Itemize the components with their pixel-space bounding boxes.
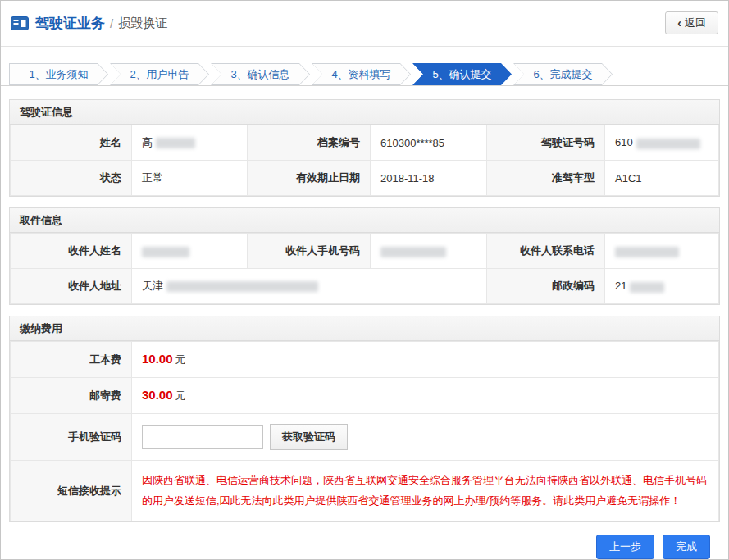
pickup-info-title: 取件信息 [10,208,719,233]
file-no-label: 档案编号 [248,125,371,161]
recipient-mobile-value [371,234,487,269]
recipient-contact-label: 收件人联系电话 [487,234,605,269]
redacted-postal-code [630,282,664,293]
license-no-label: 驾驶证号码 [487,125,605,161]
previous-step-button[interactable]: 上一步 [596,535,654,559]
step-label: 3、确认信息 [211,63,310,85]
license-business-icon [11,16,29,30]
postal-code-value: 21 [605,269,719,304]
sms-notice-text: 因陕西省联通、电信运营商技术问题，陕西省互联网交通安全综合服务管理平台无法向持陕… [142,471,708,511]
step-label: 6、完成提交 [513,63,613,85]
step-3-confirm-info: 3、确认信息 [211,63,310,85]
mail-fee-amount: 30.00 [142,388,173,402]
name-value-text: 高 [142,136,153,148]
license-service-page: 驾驶证业务 / 损毁换证 ‹ 返回 1、业务须知 2、用户申告 3、确认信息 4… [0,0,729,560]
page-title: 驾驶证业务 [35,14,105,33]
step-label: 2、用户申告 [110,63,209,85]
sms-notice-cell: 因陕西省联通、电信运营商技术问题，陕西省互联网交通安全综合服务管理平台无法向持陕… [132,461,719,521]
recipient-address-text: 天津 [142,280,163,292]
name-label: 姓名 [11,125,132,161]
redacted-recipient-address [166,281,318,292]
pickup-info-table: 收件人姓名 收件人手机号码 收件人联系电话 收件人地址 [10,233,719,304]
recipient-name-label: 收件人姓名 [11,234,132,269]
redacted-license-no [636,139,700,149]
captcha-input[interactable] [142,425,263,449]
main-content: 驾驶证信息 姓名 高 档案编号 610300****85 驾驶证号码 610 [1,86,728,559]
postal-code-text: 21 [615,280,626,292]
production-fee-unit: 元 [175,353,186,366]
mail-fee-label: 邮寄费 [11,378,132,414]
table-row: 手机验证码 获取验证码 [11,414,719,461]
table-row: 状态 正常 有效期止日期 2018-11-18 准驾车型 A1C1 [11,161,719,196]
step-5-confirm-submit: 5、确认提交 [412,63,512,85]
table-row: 工本费 10.00元 [11,342,719,378]
fees-panel: 缴纳费用 工本费 10.00元 邮寄费 30.00元 [9,316,720,522]
expiry-value: 2018-11-18 [371,161,487,196]
fees-title: 缴纳费用 [10,316,719,341]
pickup-info-panel: 取件信息 收件人姓名 收件人手机号码 收件人联系电话 [9,207,720,305]
table-row: 邮寄费 30.00元 [11,378,719,414]
production-fee-label: 工本费 [11,342,132,378]
redacted-name [156,138,195,148]
table-row: 收件人地址 天津 邮政编码 21 [11,269,719,304]
recipient-address-value: 天津 [132,269,487,304]
license-info-title: 驾驶证信息 [10,100,719,125]
step-label: 1、业务须知 [9,63,108,85]
mail-fee-unit: 元 [175,389,186,402]
fees-table: 工本费 10.00元 邮寄费 30.00元 手机验证码 [10,341,719,521]
redacted-recipient-contact [615,247,679,257]
step-wizard: 1、业务须知 2、用户申告 3、确认信息 4、资料填写 5、确认提交 6、完成提… [1,47,728,86]
license-no-value-text: 610 [615,136,633,148]
expiry-label: 有效期止日期 [248,161,371,196]
sms-notice-label: 短信接收提示 [11,461,132,521]
step-6-complete-submit: 6、完成提交 [513,63,613,85]
back-button-label: 返回 [685,16,706,30]
mail-fee-value: 30.00元 [132,378,719,414]
step-label: 5、确认提交 [412,63,512,85]
postal-code-label: 邮政编码 [487,269,605,304]
file-no-value: 610300****85 [371,125,487,161]
page-subtitle: 损毁换证 [118,16,167,31]
redacted-recipient-name [142,247,189,257]
vehicle-type-label: 准驾车型 [487,161,605,196]
production-fee-amount: 10.00 [142,352,173,366]
table-row: 短信接收提示 因陕西省联通、电信运营商技术问题，陕西省互联网交通安全综合服务管理… [11,461,719,521]
step-label: 4、资料填写 [312,63,411,85]
license-info-table: 姓名 高 档案编号 610300****85 驾驶证号码 610 状态 正常 有… [10,125,719,196]
finish-button[interactable]: 完成 [663,535,710,559]
footer-actions: 上一步 完成 [9,533,720,559]
recipient-address-label: 收件人地址 [11,269,132,304]
title-separator: / [110,16,113,30]
status-value: 正常 [132,161,248,196]
license-info-panel: 驾驶证信息 姓名 高 档案编号 610300****85 驾驶证号码 610 [9,99,720,197]
vehicle-type-value: A1C1 [605,161,719,196]
status-label: 状态 [11,161,132,196]
step-1-business-notes: 1、业务须知 [9,63,108,85]
recipient-name-value [132,234,248,269]
step-2-user-declaration: 2、用户申告 [110,63,209,85]
recipient-contact-value [605,234,719,269]
license-no-value: 610 [605,125,719,161]
header: 驾驶证业务 / 损毁换证 ‹ 返回 [1,1,728,47]
back-button[interactable]: ‹ 返回 [665,11,718,34]
recipient-mobile-label: 收件人手机号码 [248,234,371,269]
table-row: 姓名 高 档案编号 610300****85 驾驶证号码 610 [11,125,719,161]
step-4-fill-materials: 4、资料填写 [312,63,411,85]
table-row: 收件人姓名 收件人手机号码 收件人联系电话 [11,234,719,269]
name-value: 高 [132,125,248,161]
production-fee-value: 10.00元 [132,342,719,378]
captcha-label: 手机验证码 [11,414,132,461]
back-chevron-icon: ‹ [677,16,681,30]
redacted-recipient-mobile [380,247,446,257]
captcha-cell: 获取验证码 [132,414,719,461]
get-captcha-button[interactable]: 获取验证码 [270,424,348,450]
